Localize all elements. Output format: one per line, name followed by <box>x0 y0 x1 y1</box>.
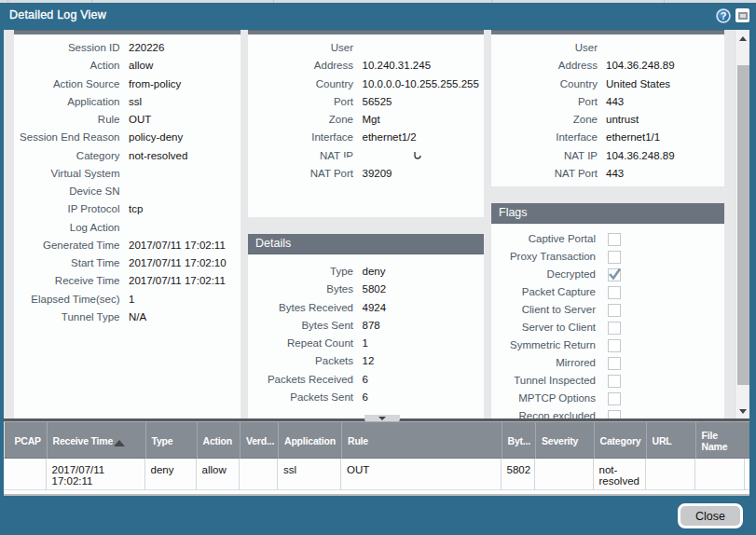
svg-text:?: ? <box>721 10 727 21</box>
